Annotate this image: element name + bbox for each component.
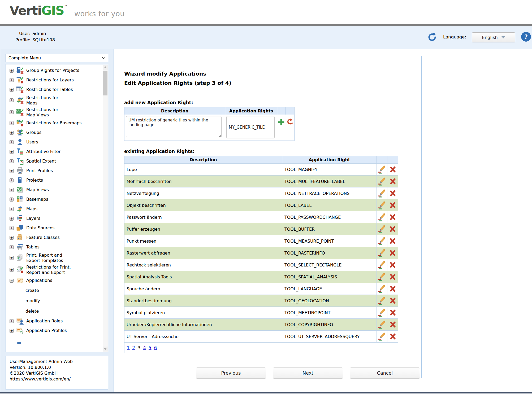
sidebar-item-application-profiles[interactable]: +Application Profiles (8, 326, 102, 335)
sidebar-item-data-sources[interactable]: +Data Sources (8, 223, 102, 233)
sidebar-item-group-rights-for-projects[interactable]: +Group Rights for Projects (8, 66, 102, 75)
sidebar-item-restrictions-for-print-report-and-export[interactable]: +Restrictions for Print, Report and Expo… (8, 264, 102, 276)
expander-plus-icon[interactable]: + (10, 169, 14, 173)
sidebar-item-restrictions-for-basemaps[interactable]: +Restrictions for Basemaps (8, 118, 102, 128)
expander-plus-icon[interactable]: + (10, 98, 14, 102)
edit-row-button[interactable] (377, 164, 387, 175)
delete-row-button[interactable] (387, 176, 398, 187)
sidebar-item-tables[interactable]: +Tables (8, 242, 102, 252)
edit-row-button[interactable] (377, 295, 387, 307)
sidebar-item-modify[interactable]: modify (8, 296, 102, 306)
vertigis-link[interactable]: https://www.vertigis.com/en/ (10, 377, 71, 382)
expander-plus-icon[interactable]: + (10, 207, 14, 211)
expander-plus-icon[interactable]: + (10, 256, 14, 260)
expander-plus-icon[interactable]: + (10, 236, 14, 240)
delete-row-button[interactable] (387, 331, 398, 342)
expander-plus-icon[interactable]: + (10, 178, 14, 182)
sidebar-item-layers[interactable]: +Layers (8, 214, 102, 223)
expander-plus-icon[interactable]: + (10, 319, 14, 323)
sidebar-item-applications[interactable]: −Applications (8, 276, 102, 285)
sidebar-item-attributive-filter[interactable]: +Attributive Filter (8, 147, 102, 156)
help-button[interactable]: ? (521, 32, 531, 42)
sidebar-item-restrictions-for-tables[interactable]: +Restrictions for Tables (8, 85, 102, 94)
delete-row-button[interactable] (387, 319, 398, 330)
expander-plus-icon[interactable]: + (10, 88, 14, 92)
sidebar-item-feature-classes[interactable]: +Feature Classes (8, 233, 102, 242)
language-select[interactable]: English (472, 32, 515, 42)
expander-plus-icon[interactable]: + (10, 110, 14, 114)
edit-row-button[interactable] (377, 319, 387, 330)
edit-row-button[interactable] (377, 307, 387, 318)
expander-plus-icon[interactable]: + (10, 188, 14, 192)
expander-plus-icon[interactable]: + (10, 121, 14, 125)
page-link-4[interactable]: 4 (143, 345, 146, 350)
scroll-up-button[interactable] (103, 65, 108, 70)
add-right-button[interactable] (277, 118, 285, 126)
expander-plus-icon[interactable]: + (10, 329, 14, 333)
undo-button[interactable] (286, 118, 294, 126)
description-textarea[interactable]: UM restriction of generic tiles within t… (126, 116, 222, 137)
delete-row-button[interactable] (387, 283, 398, 295)
edit-row-button[interactable] (377, 235, 387, 247)
page-link-5[interactable]: 5 (149, 345, 152, 350)
delete-row-button[interactable] (387, 307, 398, 318)
delete-row-button[interactable] (387, 199, 398, 211)
expander-plus-icon[interactable]: + (10, 226, 14, 230)
sidebar-item-print-profiles[interactable]: +Print Profiles (8, 166, 102, 176)
sidebar-item-restrictions-for-layers[interactable]: +Restrictions for Layers (8, 75, 102, 85)
sidebar-item-delete[interactable]: delete (8, 306, 102, 316)
expander-plus-icon[interactable]: + (10, 217, 14, 221)
expander-plus-icon[interactable]: + (10, 245, 14, 249)
sidebar-item-basemaps[interactable]: +Basemaps (8, 195, 102, 204)
tree-scrollbar[interactable] (103, 65, 108, 352)
delete-row-button[interactable] (387, 187, 398, 199)
delete-row-button[interactable] (387, 223, 398, 235)
previous-button[interactable]: Previous (196, 367, 266, 379)
delete-row-button[interactable] (387, 259, 398, 271)
delete-row-button[interactable] (387, 271, 398, 283)
edit-row-button[interactable] (377, 176, 387, 187)
expander-plus-icon[interactable]: + (10, 131, 14, 135)
edit-row-button[interactable] (377, 211, 387, 223)
delete-row-button[interactable] (387, 235, 398, 247)
sidebar-item-restrictions-for-map-views[interactable]: +Restrictions for Map Views (8, 106, 102, 118)
sidebar-item-create[interactable]: create (8, 285, 102, 296)
edit-row-button[interactable] (377, 223, 387, 235)
page-link-2[interactable]: 2 (132, 345, 135, 350)
sidebar-item-print-report-and-export-templates[interactable]: +Print, Report and Export Templates (8, 252, 102, 264)
sidebar-item-maps[interactable]: +Maps (8, 204, 102, 214)
expander-plus-icon[interactable]: + (10, 198, 14, 202)
scroll-thumb[interactable] (103, 71, 107, 95)
expander-plus-icon[interactable]: + (10, 159, 14, 163)
edit-row-button[interactable] (377, 187, 387, 199)
delete-row-button[interactable] (387, 295, 398, 307)
page-link-6[interactable]: 6 (154, 345, 157, 350)
edit-row-button[interactable] (377, 199, 387, 211)
edit-row-button[interactable] (377, 259, 387, 271)
refresh-button[interactable] (427, 32, 438, 42)
expander-plus-icon[interactable]: + (10, 150, 14, 154)
delete-row-button[interactable] (387, 164, 398, 175)
sidebar-item-restrictions-for-maps[interactable]: +Restrictions for Maps (8, 94, 102, 106)
edit-row-button[interactable] (377, 271, 387, 283)
expander-plus-icon[interactable]: + (10, 69, 14, 73)
sidebar-item-application-roles[interactable]: +Application Roles (8, 316, 102, 326)
sidebar-item-groups[interactable]: +Groups (8, 128, 102, 137)
expander-plus-icon[interactable]: + (10, 268, 14, 272)
sidebar-item-map-views[interactable]: +Map Views (8, 185, 102, 195)
sidebar-item-projects[interactable]: +Projects (8, 176, 102, 185)
menu-select[interactable]: Complete Menu (6, 54, 108, 62)
page-link-1[interactable]: 1 (127, 345, 130, 350)
cancel-button[interactable]: Cancel (350, 367, 420, 379)
delete-row-button[interactable] (387, 211, 398, 223)
expander-plus-icon[interactable]: + (10, 140, 14, 144)
expander-minus-icon[interactable]: − (10, 279, 14, 283)
sidebar-item-partial[interactable] (8, 335, 102, 345)
edit-row-button[interactable] (377, 331, 387, 342)
next-button[interactable]: Next (273, 367, 343, 379)
expander-plus-icon[interactable]: + (10, 78, 14, 82)
edit-row-button[interactable] (377, 283, 387, 295)
delete-row-button[interactable] (387, 247, 398, 259)
sidebar-item-spatial-extent[interactable]: +Spatial Extent (8, 156, 102, 166)
application-right-input[interactable] (226, 116, 275, 138)
